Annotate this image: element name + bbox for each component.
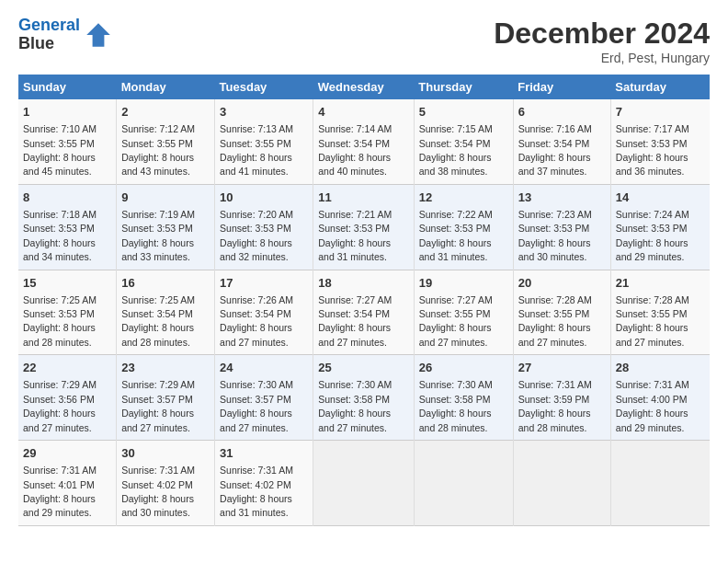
day-number: 11	[318, 190, 408, 206]
day-cell	[513, 441, 610, 526]
day-cell: 18Sunrise: 7:27 AMSunset: 3:54 PMDayligh…	[313, 270, 414, 355]
day-number: 9	[121, 190, 210, 206]
day-number: 23	[121, 360, 210, 376]
day-number: 22	[23, 360, 111, 376]
day-number: 20	[518, 275, 606, 292]
day-cell: 24Sunrise: 7:30 AMSunset: 3:57 PMDayligh…	[215, 355, 313, 441]
day-info: Sunrise: 7:28 AMSunset: 3:55 PMDaylight:…	[518, 294, 592, 348]
header-saturday: Saturday	[610, 75, 710, 99]
day-cell: 22Sunrise: 7:29 AMSunset: 3:56 PMDayligh…	[18, 355, 117, 441]
week-row-5: 29Sunrise: 7:31 AMSunset: 4:01 PMDayligh…	[18, 441, 710, 526]
location-subtitle: Erd, Pest, Hungary	[494, 51, 710, 65]
day-cell	[610, 441, 710, 526]
day-info: Sunrise: 7:21 AMSunset: 3:53 PMDaylight:…	[318, 209, 392, 262]
header-sunday: Sunday	[18, 75, 117, 99]
day-info: Sunrise: 7:18 AMSunset: 3:53 PMDaylight:…	[23, 209, 97, 262]
day-number: 15	[23, 275, 111, 292]
day-cell: 17Sunrise: 7:26 AMSunset: 3:54 PMDayligh…	[215, 270, 313, 355]
day-number: 27	[518, 360, 606, 376]
day-number: 13	[518, 190, 606, 206]
day-cell: 6Sunrise: 7:16 AMSunset: 3:54 PMDaylight…	[513, 99, 610, 184]
day-cell: 8Sunrise: 7:18 AMSunset: 3:53 PMDaylight…	[18, 184, 117, 270]
day-number: 12	[419, 190, 508, 206]
day-info: Sunrise: 7:10 AMSunset: 3:55 PMDaylight:…	[23, 123, 97, 177]
day-cell	[414, 441, 513, 526]
day-cell: 29Sunrise: 7:31 AMSunset: 4:01 PMDayligh…	[18, 441, 117, 526]
header-wednesday: Wednesday	[313, 75, 414, 99]
day-cell	[313, 441, 414, 526]
day-number: 31	[220, 445, 308, 462]
day-cell: 28Sunrise: 7:31 AMSunset: 4:00 PMDayligh…	[610, 355, 710, 441]
day-number: 7	[616, 104, 705, 121]
day-number: 3	[220, 104, 308, 121]
header-monday: Monday	[117, 75, 215, 99]
svg-marker-0	[86, 23, 110, 47]
day-cell: 19Sunrise: 7:27 AMSunset: 3:55 PMDayligh…	[414, 270, 513, 355]
day-number: 18	[318, 275, 408, 292]
week-row-3: 15Sunrise: 7:25 AMSunset: 3:53 PMDayligh…	[18, 270, 710, 355]
day-cell: 7Sunrise: 7:17 AMSunset: 3:53 PMDaylight…	[610, 99, 710, 184]
day-number: 17	[220, 275, 308, 292]
day-number: 21	[616, 275, 705, 292]
day-info: Sunrise: 7:25 AMSunset: 3:54 PMDaylight:…	[121, 294, 195, 348]
day-info: Sunrise: 7:13 AMSunset: 3:55 PMDaylight:…	[220, 123, 293, 177]
day-cell: 14Sunrise: 7:24 AMSunset: 3:53 PMDayligh…	[610, 184, 710, 270]
logo-icon	[84, 20, 113, 50]
day-cell: 23Sunrise: 7:29 AMSunset: 3:57 PMDayligh…	[117, 355, 215, 441]
day-info: Sunrise: 7:31 AMSunset: 4:02 PMDaylight:…	[121, 465, 195, 518]
header-thursday: Thursday	[414, 75, 513, 99]
day-info: Sunrise: 7:30 AMSunset: 3:58 PMDaylight:…	[318, 379, 392, 432]
day-cell: 26Sunrise: 7:30 AMSunset: 3:58 PMDayligh…	[414, 355, 513, 441]
day-number: 14	[616, 190, 705, 206]
day-number: 2	[121, 104, 210, 121]
day-cell: 31Sunrise: 7:31 AMSunset: 4:02 PMDayligh…	[215, 441, 313, 526]
day-cell: 4Sunrise: 7:14 AMSunset: 3:54 PMDaylight…	[313, 99, 414, 184]
day-cell: 16Sunrise: 7:25 AMSunset: 3:54 PMDayligh…	[117, 270, 215, 355]
day-info: Sunrise: 7:25 AMSunset: 3:53 PMDaylight:…	[23, 294, 97, 348]
day-info: Sunrise: 7:30 AMSunset: 3:58 PMDaylight:…	[419, 379, 493, 432]
day-number: 24	[220, 360, 308, 376]
title-block: December 2024 Erd, Pest, Hungary	[494, 17, 710, 65]
day-number: 8	[23, 190, 111, 206]
day-cell: 5Sunrise: 7:15 AMSunset: 3:54 PMDaylight…	[414, 99, 513, 184]
day-number: 1	[23, 104, 111, 121]
day-number: 6	[518, 104, 606, 121]
day-info: Sunrise: 7:28 AMSunset: 3:55 PMDaylight:…	[616, 294, 689, 348]
week-row-4: 22Sunrise: 7:29 AMSunset: 3:56 PMDayligh…	[18, 355, 710, 441]
day-number: 28	[616, 360, 705, 376]
day-number: 19	[419, 275, 508, 292]
day-info: Sunrise: 7:15 AMSunset: 3:54 PMDaylight:…	[419, 123, 493, 177]
day-info: Sunrise: 7:12 AMSunset: 3:55 PMDaylight:…	[121, 123, 195, 177]
day-info: Sunrise: 7:16 AMSunset: 3:54 PMDaylight:…	[518, 123, 592, 177]
day-cell: 1Sunrise: 7:10 AMSunset: 3:55 PMDaylight…	[18, 99, 117, 184]
day-info: Sunrise: 7:26 AMSunset: 3:54 PMDaylight:…	[220, 294, 293, 348]
day-info: Sunrise: 7:19 AMSunset: 3:53 PMDaylight:…	[121, 209, 195, 262]
logo-text: GeneralBlue	[18, 17, 80, 53]
day-cell: 21Sunrise: 7:28 AMSunset: 3:55 PMDayligh…	[610, 270, 710, 355]
day-info: Sunrise: 7:17 AMSunset: 3:53 PMDaylight:…	[616, 123, 689, 177]
day-info: Sunrise: 7:14 AMSunset: 3:54 PMDaylight:…	[318, 123, 392, 177]
day-cell: 9Sunrise: 7:19 AMSunset: 3:53 PMDaylight…	[117, 184, 215, 270]
day-cell: 10Sunrise: 7:20 AMSunset: 3:53 PMDayligh…	[215, 184, 313, 270]
day-info: Sunrise: 7:29 AMSunset: 3:57 PMDaylight:…	[121, 379, 195, 432]
page-header: GeneralBlue December 2024 Erd, Pest, Hun…	[18, 17, 710, 65]
month-title: December 2024	[494, 17, 710, 51]
day-info: Sunrise: 7:31 AMSunset: 4:00 PMDaylight:…	[616, 379, 689, 432]
day-info: Sunrise: 7:27 AMSunset: 3:55 PMDaylight:…	[419, 294, 493, 348]
day-cell: 13Sunrise: 7:23 AMSunset: 3:53 PMDayligh…	[513, 184, 610, 270]
day-info: Sunrise: 7:22 AMSunset: 3:53 PMDaylight:…	[419, 209, 493, 262]
day-number: 25	[318, 360, 408, 376]
day-info: Sunrise: 7:29 AMSunset: 3:56 PMDaylight:…	[23, 379, 97, 432]
day-number: 30	[121, 445, 210, 462]
day-cell: 12Sunrise: 7:22 AMSunset: 3:53 PMDayligh…	[414, 184, 513, 270]
day-number: 5	[419, 104, 508, 121]
day-cell: 15Sunrise: 7:25 AMSunset: 3:53 PMDayligh…	[18, 270, 117, 355]
header-tuesday: Tuesday	[215, 75, 313, 99]
day-info: Sunrise: 7:20 AMSunset: 3:53 PMDaylight:…	[220, 209, 293, 262]
day-number: 29	[23, 445, 111, 462]
day-info: Sunrise: 7:31 AMSunset: 4:01 PMDaylight:…	[23, 465, 97, 518]
day-info: Sunrise: 7:31 AMSunset: 3:59 PMDaylight:…	[518, 379, 592, 432]
day-number: 10	[220, 190, 308, 206]
day-cell: 3Sunrise: 7:13 AMSunset: 3:55 PMDaylight…	[215, 99, 313, 184]
day-info: Sunrise: 7:24 AMSunset: 3:53 PMDaylight:…	[616, 209, 689, 262]
